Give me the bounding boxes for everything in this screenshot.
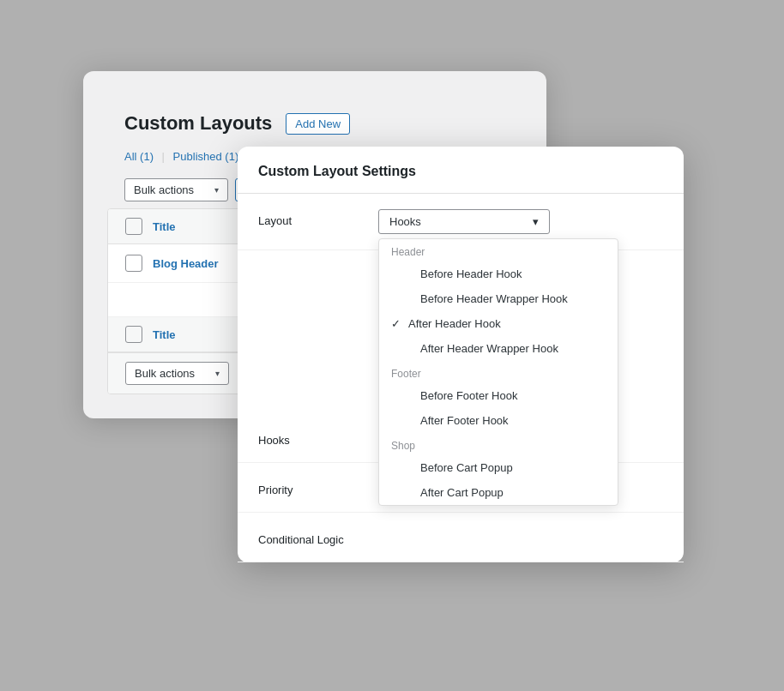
row-title[interactable]: Blog Header — [153, 257, 219, 270]
layout-label: Layout — [258, 209, 378, 227]
check-empty-6 — [403, 461, 415, 474]
after-cart-popup-item[interactable]: After Cart Popup — [379, 480, 618, 505]
priority-label: Priority — [258, 478, 378, 496]
check-empty-5 — [403, 414, 415, 427]
bulk-actions-label: Bulk actions — [134, 183, 194, 196]
second-title-column[interactable]: Title — [153, 328, 176, 341]
check-empty-7 — [403, 486, 415, 499]
filter-separator: | — [162, 150, 165, 163]
hooks-dropdown-menu: Header Before Header Hook Before Header … — [378, 238, 618, 506]
layout-chevron: ▾ — [533, 215, 539, 228]
before-footer-hook-item[interactable]: Before Footer Hook — [379, 383, 618, 408]
bottom-bulk-actions-label: Bulk actions — [135, 367, 195, 380]
shop-group-label: Shop — [379, 433, 618, 455]
add-new-button[interactable]: Add New — [286, 113, 350, 135]
page-header: Custom Layouts Add New — [107, 95, 522, 145]
after-header-wrapper-hook-item[interactable]: After Header Wrapper Hook — [379, 336, 618, 361]
select-all-checkbox[interactable] — [125, 218, 142, 235]
row-checkbox[interactable] — [125, 255, 142, 272]
layout-control: Hooks ▾ Header Before Header Hook Before… — [378, 209, 663, 234]
settings-panel: Custom Layout Settings Layout Hooks ▾ He… — [238, 147, 684, 562]
settings-title: Custom Layout Settings — [238, 147, 684, 194]
check-empty-4 — [403, 389, 415, 402]
title-column-header[interactable]: Title — [153, 220, 176, 233]
layout-select-dropdown[interactable]: Hooks ▾ — [378, 209, 550, 234]
bottom-bulk-actions-select[interactable]: Bulk actions ▾ — [125, 362, 229, 385]
published-filter-link[interactable]: Published (1) — [173, 150, 239, 163]
check-empty-3 — [403, 342, 415, 355]
hooks-label: Hooks — [258, 429, 378, 447]
settings-body: Layout Hooks ▾ Header Before Header Hook — [238, 194, 684, 562]
bulk-actions-select[interactable]: Bulk actions ▾ — [124, 178, 228, 201]
bulk-actions-chevron: ▾ — [214, 185, 219, 195]
bottom-bulk-chevron: ▾ — [215, 369, 220, 378]
all-filter-link[interactable]: All (1) — [124, 150, 157, 163]
check-empty-1 — [403, 267, 415, 280]
page-title: Custom Layouts — [124, 112, 272, 135]
layout-row: Layout Hooks ▾ Header Before Header Hook — [238, 194, 684, 250]
check-mark-active: ✓ — [391, 317, 403, 330]
after-footer-hook-item[interactable]: After Footer Hook — [379, 408, 618, 433]
conditional-logic-row: Conditional Logic — [238, 513, 684, 562]
before-header-wrapper-hook-item[interactable]: Before Header Wrapper Hook — [379, 286, 618, 311]
check-empty-2 — [403, 292, 415, 305]
header-group-label: Header — [379, 239, 618, 261]
second-select-checkbox[interactable] — [125, 326, 142, 343]
after-header-hook-item[interactable]: ✓ After Header Hook — [379, 311, 618, 336]
conditional-logic-label: Conditional Logic — [258, 528, 378, 546]
footer-group-label: Footer — [379, 361, 618, 383]
before-cart-popup-item[interactable]: Before Cart Popup — [379, 455, 618, 480]
before-header-hook-item[interactable]: Before Header Hook — [379, 261, 618, 286]
layout-value: Hooks — [389, 215, 421, 228]
